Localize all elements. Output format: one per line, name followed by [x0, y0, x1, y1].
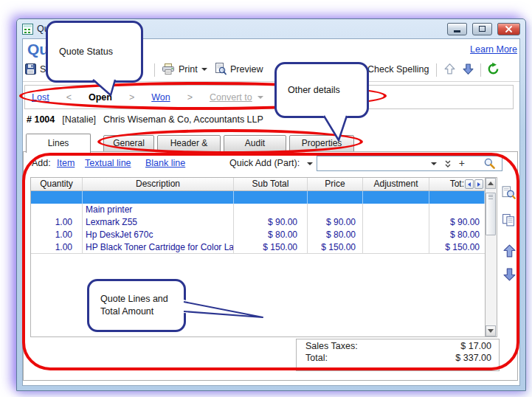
minimize-button[interactable]: [447, 23, 467, 35]
save-icon: [25, 63, 36, 75]
refresh-button[interactable]: [486, 62, 500, 78]
chevron-down-icon[interactable]: [201, 68, 207, 71]
cell-subtotal[interactable]: $ 150.00: [234, 241, 308, 253]
header-cell-adjustment[interactable]: Adjustment: [363, 178, 429, 190]
table-row[interactable]: 1.00 Hp DeskJet 670c $ 80.00 $ 80.00 $ 8…: [31, 229, 485, 241]
sales-taxes-value: $ 17.00: [460, 341, 491, 351]
copy-line-button[interactable]: [502, 213, 516, 229]
cell-adjustment[interactable]: [363, 241, 429, 253]
header-cell-description[interactable]: Description: [83, 178, 234, 190]
toolbar-separator: [480, 63, 481, 77]
header-cell-total[interactable]: Tot:: [450, 178, 464, 190]
add-blank-line-link[interactable]: Blank line: [145, 158, 185, 168]
add-label: Add:: [32, 158, 51, 168]
cell-adjustment[interactable]: [363, 204, 429, 216]
learn-more-link[interactable]: Learn More: [470, 44, 517, 55]
zoom-line-button[interactable]: [502, 186, 516, 202]
column-next-button[interactable]: [474, 179, 483, 189]
quick-add-combo[interactable]: +: [317, 156, 502, 171]
scroll-up-button[interactable]: [486, 178, 496, 189]
callout-quote-status: Quote Status: [46, 21, 143, 83]
table-row[interactable]: Main printer: [31, 204, 485, 216]
table-row[interactable]: 1.00 HP Black Toner Cartridge for Color …: [31, 241, 485, 254]
minimize-icon: [454, 30, 460, 32]
cell-price[interactable]: $ 80.00: [308, 229, 363, 241]
lt-separator: <: [66, 92, 72, 103]
header-cell-price[interactable]: Price: [308, 178, 363, 190]
cell-subtotal[interactable]: $ 80.00: [234, 229, 308, 241]
totals-box: Sales Taxes: $ 17.00 Total: $ 337.00: [296, 339, 500, 371]
cell-price[interactable]: [308, 204, 363, 216]
tab-general[interactable]: General: [103, 135, 154, 152]
refresh-icon: [486, 62, 500, 76]
combo-add-icon[interactable]: +: [459, 157, 465, 169]
print-label: Print: [179, 64, 198, 75]
quick-add-caret-icon[interactable]: [307, 162, 313, 165]
cell-quantity[interactable]: 1.00: [31, 241, 83, 253]
convert-to-label: Convert to: [210, 92, 252, 103]
header-cell-quantity[interactable]: Quantity: [31, 178, 83, 190]
window-body: Quote Learn More Save: [22, 38, 520, 386]
tab-lines[interactable]: Lines: [26, 134, 91, 153]
convert-to-dropdown[interactable]: Convert to: [210, 92, 263, 103]
total-label: Total:: [305, 353, 328, 363]
header-cell-subtotal[interactable]: Sub Total: [234, 178, 308, 190]
cell-quantity[interactable]: 1.00: [31, 216, 83, 229]
cell-adjustment[interactable]: [363, 216, 429, 229]
cell-subtotal[interactable]: [234, 204, 308, 216]
table-row[interactable]: 1.00 Lexmark Z55 $ 90.00 $ 90.00 $ 90.00: [31, 216, 485, 229]
cell-description[interactable]: HP Black Toner Cartridge for Color Las: [83, 241, 234, 253]
cell-subtotal[interactable]: $ 90.00: [234, 216, 308, 229]
cell-total[interactable]: [429, 204, 485, 216]
down-triangle-icon: [488, 329, 494, 333]
zoom-line-icon: [502, 186, 516, 200]
combo-dropdown-icon[interactable]: [431, 162, 437, 165]
won-link[interactable]: Won: [151, 92, 170, 103]
cell-description[interactable]: Lexmark Z55: [83, 216, 234, 229]
add-textual-line-link[interactable]: Textual line: [85, 158, 131, 168]
cell-total[interactable]: $ 150.00: [429, 241, 485, 253]
preview-label: Preview: [230, 64, 263, 75]
column-prev-button[interactable]: [465, 179, 474, 189]
cell-total[interactable]: $ 80.00: [429, 229, 485, 241]
tab-header-footer[interactable]: Header & Footer: [157, 135, 221, 152]
scrollbar-thumb[interactable]: [486, 193, 496, 235]
close-button[interactable]: [497, 23, 520, 35]
cell-adjustment[interactable]: [363, 229, 429, 241]
tab-properties[interactable]: Properties: [289, 135, 354, 152]
print-button[interactable]: Print: [162, 63, 207, 75]
lost-link[interactable]: Lost: [32, 92, 49, 103]
quick-add-input[interactable]: [318, 157, 429, 170]
tab-audit[interactable]: Audit: [224, 135, 286, 152]
cell-quantity[interactable]: [31, 204, 83, 216]
down-arrow-icon: [461, 62, 475, 76]
add-item-link[interactable]: Item: [57, 158, 75, 168]
callout-other-details: Other details: [274, 62, 369, 118]
cell-quantity[interactable]: 1.00: [31, 229, 83, 241]
cell-price[interactable]: $ 90.00: [308, 216, 363, 229]
move-line-down-button[interactable]: [503, 268, 516, 283]
app-icon: [22, 24, 33, 35]
cell-description[interactable]: Hp DeskJet 670c: [83, 229, 234, 241]
move-line-up-button[interactable]: [503, 244, 516, 260]
search-icon[interactable]: [483, 157, 496, 170]
move-down-button[interactable]: [461, 62, 475, 78]
up-arrow-icon: [503, 244, 516, 258]
scroll-down-button[interactable]: [486, 325, 496, 336]
maximize-button[interactable]: [472, 23, 492, 35]
vertical-scrollbar[interactable]: [486, 177, 497, 337]
toolbar-separator: [436, 63, 437, 77]
combo-expand-icon[interactable]: [444, 159, 452, 169]
selected-row[interactable]: [31, 191, 485, 204]
cell-total[interactable]: $ 90.00: [429, 216, 485, 229]
preview-icon: [215, 63, 227, 75]
check-spelling-button[interactable]: Check Spelling: [367, 64, 429, 75]
cell-description[interactable]: Main printer: [83, 204, 234, 216]
printer-icon: [162, 63, 175, 75]
gt-separator: >: [129, 92, 134, 103]
move-up-button[interactable]: [443, 62, 457, 78]
assignee: [Natalie]: [62, 114, 96, 125]
table-header: Quantity Description Sub Total Price Adj…: [31, 178, 485, 191]
cell-price[interactable]: $ 150.00: [308, 241, 363, 253]
chevron-down-icon: [258, 96, 263, 99]
